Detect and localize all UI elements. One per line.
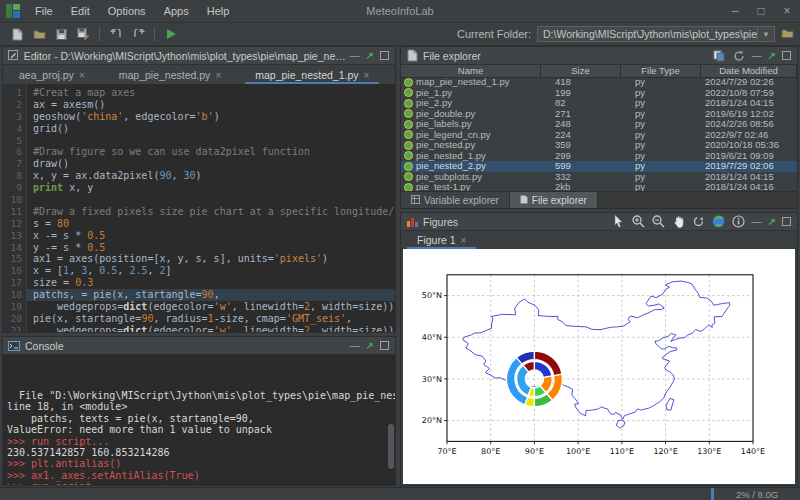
- table-row-map_pie_nested_1.py[interactable]: map_pie_nested_1.py418py2024/7/29 02:26: [401, 77, 797, 88]
- save-button[interactable]: [50, 25, 72, 43]
- table-row-pie_2.py[interactable]: pie_2.py82py2018/1/24 04:15: [401, 98, 797, 109]
- column-header-name[interactable]: Name: [401, 65, 541, 77]
- editor-tab-map_pie_nested.py[interactable]: map_pie_nested.py×: [109, 67, 232, 84]
- column-header-date-modified[interactable]: Date Modified: [701, 65, 797, 77]
- copy-path-icon[interactable]: [712, 49, 726, 63]
- maximize-button[interactable]: □: [748, 0, 774, 22]
- statusbar: 2% / 8.0G: [0, 487, 800, 500]
- panel-minimize-icon[interactable]: —: [350, 340, 360, 351]
- minimize-button[interactable]: –: [722, 0, 748, 22]
- figures-title: Figures: [423, 216, 458, 228]
- undo-button[interactable]: [105, 25, 127, 43]
- new-file-button[interactable]: [6, 25, 28, 43]
- page-icon: [520, 195, 528, 206]
- zoom-out-icon[interactable]: [652, 215, 666, 229]
- current-folder-label: Current Folder:: [457, 28, 537, 40]
- new-file-icon: [10, 27, 24, 41]
- toolbar-separator: [99, 27, 100, 41]
- editor-tab-aea_proj.py[interactable]: aea_proj.py×: [9, 67, 95, 84]
- editor-code[interactable]: #Creat a map axesax = axesm()geoshow('ch…: [27, 84, 395, 332]
- menu-apps[interactable]: Apps: [155, 5, 198, 17]
- line-number: 3: [3, 111, 22, 123]
- refresh-icon[interactable]: [732, 49, 746, 63]
- table-row-pie_legend_cn.py[interactable]: pie_legend_cn.py224py2022/9/7 02:46: [401, 130, 797, 141]
- table-row-pie_nested.py[interactable]: pie_nested.py359py2020/10/18 05:36: [401, 140, 797, 151]
- panel-float-icon[interactable]: ↗: [366, 50, 374, 61]
- column-header-size[interactable]: Size: [541, 65, 621, 77]
- editor-icon: [7, 49, 20, 63]
- panel-minimize-icon[interactable]: —: [350, 50, 360, 61]
- menu-edit[interactable]: Edit: [62, 5, 99, 17]
- open-folder-button[interactable]: [28, 25, 50, 43]
- code-line-16: x = [1, 3, 0.5, 2.5, 2]: [33, 265, 395, 277]
- py-file-icon: [404, 99, 413, 108]
- select-cursor-icon[interactable]: [612, 215, 626, 229]
- tab-label: map_pie_nested.py: [119, 69, 211, 81]
- zoom-in-icon[interactable]: [632, 215, 646, 229]
- current-folder-combobox[interactable]: D:\Working\MIScript\Jython\mis\plot_type…: [537, 26, 775, 42]
- panel-minimize-icon[interactable]: —: [752, 50, 762, 61]
- info-icon[interactable]: [732, 215, 746, 229]
- menu-file[interactable]: File: [26, 5, 62, 17]
- console-line: >>> run script...: [7, 481, 395, 485]
- tab-file-explorer[interactable]: File explorer: [510, 192, 598, 208]
- editor-tab-map_pie_nested_1.py[interactable]: map_pie_nested_1.py×: [245, 67, 379, 84]
- table-row-pie_nested_1.py[interactable]: pie_nested_1.py299py2019/6/21 09:09: [401, 151, 797, 162]
- memory-usage: 2% / 8.0G: [714, 489, 800, 500]
- console-line: 230.537142857 160.853214286: [7, 447, 395, 458]
- close-button[interactable]: ×: [774, 0, 800, 22]
- close-tab-icon[interactable]: ×: [364, 70, 370, 81]
- panel-maximize-icon[interactable]: [380, 341, 389, 350]
- line-number: 7: [3, 158, 22, 170]
- close-tab-icon[interactable]: ×: [461, 235, 467, 246]
- svg-text:70°E: 70°E: [437, 447, 456, 456]
- editor-tab-bar: aea_proj.py×map_pie_nested.py×map_pie_ne…: [3, 65, 395, 85]
- save-as-button[interactable]: [72, 25, 94, 43]
- code-line-13: x -= s * 0.5: [33, 230, 395, 242]
- panel-maximize-icon[interactable]: [782, 217, 791, 226]
- close-tab-icon[interactable]: ×: [79, 70, 85, 81]
- code-line-19: wedgeprops=dict(edgecolor='w', linewidth…: [33, 301, 395, 313]
- code-line-7: draw(): [33, 158, 395, 170]
- console-line: >>> plt.antialias(): [7, 458, 395, 469]
- table-row-pie_subplots.py[interactable]: pie_subplots.py332py2018/1/24 04:15: [401, 172, 797, 183]
- editor-body[interactable]: 123456789101112131415161718192021 #Creat…: [3, 84, 395, 332]
- table-row-pie_1.py[interactable]: pie_1.py199py2022/10/8 07:59: [401, 88, 797, 99]
- rotate-icon[interactable]: [692, 215, 706, 229]
- panel-float-icon[interactable]: ↗: [366, 340, 374, 351]
- panel-maximize-icon[interactable]: [380, 51, 389, 60]
- app-logo-icon: [6, 4, 20, 18]
- file-table: map_pie_nested_1.py418py2024/7/29 02:26p…: [401, 77, 797, 192]
- run-script-button[interactable]: [160, 25, 182, 43]
- menu-help[interactable]: Help: [198, 5, 239, 17]
- figure-canvas[interactable]: 70°E80°E90°E100°E110°E120°E130°E140°E20°…: [403, 249, 795, 484]
- pan-hand-icon[interactable]: [672, 215, 686, 229]
- panel-float-icon[interactable]: ↗: [768, 216, 776, 227]
- current-folder-value: D:\Working\MIScript\Jython\mis\plot_type…: [543, 28, 757, 40]
- globe-icon[interactable]: [712, 215, 726, 229]
- table-row-pie_nested_2.py[interactable]: pie_nested_2.py599py2019/7/29 02:06: [401, 161, 797, 172]
- chevron-down-icon[interactable]: ▼: [757, 27, 774, 41]
- tab-figure-1[interactable]: Figure 1 ×: [407, 232, 476, 249]
- close-tab-icon[interactable]: ×: [215, 70, 221, 81]
- main-toolbar: Current Folder: D:\Working\MIScript\Jyth…: [0, 23, 800, 46]
- line-number: 8: [3, 170, 22, 182]
- code-line-17: size = 0.3: [33, 277, 395, 289]
- console-output[interactable]: File "D:\Working\MIScript\Jython\mis\plo…: [3, 354, 395, 485]
- redo-icon: [131, 27, 145, 41]
- panel-maximize-icon[interactable]: [782, 51, 791, 60]
- py-file-icon: [404, 162, 413, 171]
- menu-options[interactable]: Options: [99, 5, 155, 17]
- line-number: 2: [3, 99, 22, 111]
- py-file-icon: [404, 120, 413, 129]
- table-row-pie_double.py[interactable]: pie_double.py271py2019/6/19 12:02: [401, 109, 797, 120]
- redo-button[interactable]: [127, 25, 149, 43]
- column-header-file-type[interactable]: File Type: [621, 65, 701, 77]
- console-scrollbar[interactable]: [388, 424, 394, 469]
- table-row-pie_labels.py[interactable]: pie_labels.py248py2024/2/26 08:56: [401, 119, 797, 130]
- line-number: 12: [3, 218, 22, 230]
- browse-folder-button[interactable]: [780, 27, 794, 42]
- tab-variable-explorer[interactable]: Variable explorer: [401, 192, 510, 208]
- panel-float-icon[interactable]: ↗: [768, 50, 776, 61]
- panel-minimize-icon[interactable]: —: [752, 216, 762, 227]
